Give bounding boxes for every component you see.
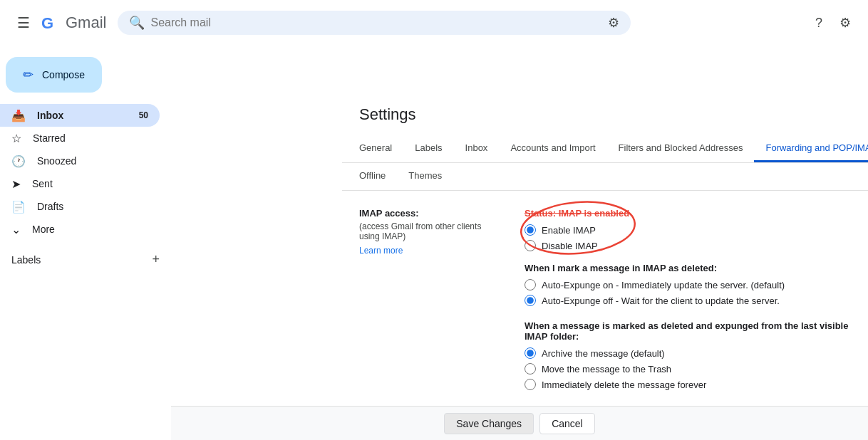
expunge-opt3-label: Immediately delete the message forever	[542, 379, 706, 390]
settings-tabs: General Labels Inbox Accounts and Import…	[342, 135, 868, 163]
disable-imap-radio[interactable]	[525, 240, 536, 251]
compose-button[interactable]: ✏ Compose	[6, 57, 102, 93]
labels-title: Labels	[11, 254, 41, 266]
expunge-opt1-radio[interactable]	[525, 347, 536, 359]
starred-label: Starred	[33, 132, 66, 144]
expunge-section: When a message is marked as deleted and …	[525, 320, 851, 390]
delete-section: When I mark a message in IMAP as deleted…	[525, 263, 851, 306]
sidebar-item-starred[interactable]: ☆ Starred	[0, 127, 160, 150]
sent-label: Sent	[32, 178, 53, 189]
imap-label-desc: (access Gmail from other clients using I…	[359, 221, 502, 241]
imap-label-title: IMAP access:	[359, 208, 502, 219]
delete-section-title: When I mark a message in IMAP as deleted…	[525, 263, 851, 273]
tab-inbox[interactable]: Inbox	[454, 135, 500, 162]
tab-general[interactable]: General	[348, 135, 403, 162]
footer-bar: Save Changes Cancel	[342, 406, 868, 440]
imap-status-text: Status: IMAP is enabled	[525, 208, 629, 219]
drafts-icon: 📄	[11, 200, 26, 214]
gmail-logo: G Gmail	[41, 13, 106, 33]
delete-opt2-label: Auto-Expunge off - Wait for the client t…	[542, 295, 780, 306]
delete-opt1-label: Auto-Expunge on - Immediately update the…	[542, 280, 785, 290]
chevron-down-icon: ⌄	[11, 223, 21, 236]
tab-themes[interactable]: Themes	[397, 163, 453, 190]
imap-enable-option[interactable]: Enable IMAP	[525, 224, 629, 236]
more-label: More	[32, 224, 55, 235]
header-right: ? ⚙	[810, 9, 857, 36]
search-bar: 🔍 ⚙	[118, 11, 631, 35]
expunge-section-title: When a message is marked as deleted and …	[525, 320, 851, 342]
expunge-opt2-radio[interactable]	[525, 363, 536, 374]
enable-imap-label: Enable IMAP	[542, 225, 596, 236]
page-title: Settings	[359, 105, 851, 124]
expunge-opt1-label: Archive the message (default)	[542, 348, 665, 359]
imap-learn-more-link[interactable]: Learn more	[359, 246, 403, 256]
settings-icon[interactable]: ⚙	[834, 9, 857, 36]
snoozed-label: Snoozed	[37, 155, 76, 167]
svg-text:G: G	[41, 14, 53, 32]
search-input[interactable]	[150, 16, 602, 29]
tab-labels[interactable]: Labels	[403, 135, 453, 162]
gmail-wordmark: Gmail	[66, 14, 106, 32]
add-label-icon[interactable]: +	[152, 252, 160, 267]
settings-tabs-row2: Offline Themes	[342, 163, 868, 191]
cancel-button[interactable]: Cancel	[539, 413, 595, 434]
clock-icon: 🕐	[11, 154, 26, 168]
disable-imap-label: Disable IMAP	[542, 241, 598, 251]
delete-opt1-radio[interactable]	[525, 279, 536, 290]
tab-forwarding[interactable]: Forwarding and POP/IMAP	[754, 135, 868, 162]
sidebar-item-drafts[interactable]: 📄 Drafts	[0, 195, 160, 218]
sidebar-item-inbox[interactable]: 📥 Inbox 50	[0, 104, 160, 127]
inbox-icon: 📥	[11, 109, 26, 122]
tab-filters[interactable]: Filters and Blocked Addresses	[607, 135, 755, 162]
settings-content: IMAP access: (access Gmail from other cl…	[342, 191, 868, 440]
help-icon[interactable]: ?	[810, 10, 828, 36]
filter-icon[interactable]: ⚙	[608, 15, 619, 31]
sidebar-item-sent[interactable]: ➤ Sent	[0, 172, 160, 195]
enable-imap-radio[interactable]	[525, 224, 536, 236]
compose-label: Compose	[42, 69, 85, 80]
imap-status-group: Status: IMAP is enabled Enable IMAP Disa…	[525, 208, 629, 251]
tab-accounts[interactable]: Accounts and Import	[499, 135, 606, 162]
inbox-badge: 50	[139, 110, 148, 120]
star-icon: ☆	[11, 132, 21, 145]
search-icon: 🔍	[129, 15, 145, 31]
delete-opt2[interactable]: Auto-Expunge off - Wait for the client t…	[525, 295, 851, 306]
sidebar-item-snoozed[interactable]: 🕐 Snoozed	[0, 150, 160, 172]
drafts-label: Drafts	[37, 201, 63, 212]
expunge-opt2-label: Move the message to the Trash	[542, 364, 671, 374]
expunge-opt1[interactable]: Archive the message (default)	[525, 347, 851, 359]
sidebar-item-more[interactable]: ⌄ More	[0, 218, 171, 241]
delete-opt2-radio[interactable]	[525, 295, 536, 306]
imap-disable-option[interactable]: Disable IMAP	[525, 240, 629, 251]
expunge-opt2[interactable]: Move the message to the Trash	[525, 363, 851, 374]
sent-icon: ➤	[11, 177, 21, 191]
gmail-logo-svg: G	[41, 13, 67, 33]
expunge-opt3-radio[interactable]	[525, 379, 536, 390]
delete-opt1[interactable]: Auto-Expunge on - Immediately update the…	[525, 279, 851, 290]
save-changes-button[interactable]: Save Changes	[444, 413, 534, 434]
tab-offline[interactable]: Offline	[348, 163, 397, 190]
menu-icon[interactable]: ☰	[11, 9, 36, 37]
pencil-icon: ✏	[23, 67, 33, 83]
inbox-label: Inbox	[37, 110, 63, 121]
labels-header: Labels +	[0, 246, 171, 273]
expunge-opt3[interactable]: Immediately delete the message forever	[525, 379, 851, 390]
